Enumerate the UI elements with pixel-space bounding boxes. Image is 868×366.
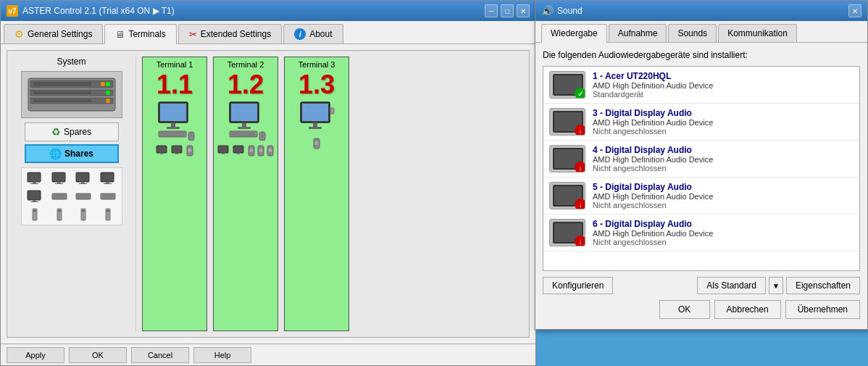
aster-content: System (1, 44, 535, 344)
device-2-status-badge: ↓ (575, 125, 585, 136)
aster-titlebar: v7 ASTER Control 2.1 (Trial x64 ON ▶ T1)… (1, 1, 535, 21)
terminal-2-small-icons (217, 145, 274, 157)
tab-sounds-label: Sounds (677, 28, 707, 38)
spares-button[interactable]: ♻ Spares (25, 122, 119, 141)
about-icon: i (294, 28, 306, 40)
device-1-status-badge: ✓ (575, 88, 585, 99)
svg-rect-56 (157, 146, 167, 153)
apply-button[interactable]: Apply (7, 347, 64, 363)
svg-rect-9 (33, 91, 91, 94)
sound-apply-button[interactable]: Übernehmen (785, 300, 860, 319)
set-default-button[interactable]: Als Standard (697, 277, 766, 294)
terminal-3-number: 1.3 (299, 72, 335, 98)
tab-wiedergabe[interactable]: Wiedergabe (541, 24, 607, 43)
terminal-1-title: Terminal 1 (157, 60, 193, 69)
device-icon-usb-1 (24, 206, 47, 222)
device-3-status: Nicht angeschlossen (593, 164, 854, 172)
svg-rect-75 (237, 153, 240, 154)
shares-button[interactable]: 🌐 Shares (25, 144, 119, 163)
svg-rect-79 (259, 149, 262, 152)
svg-rect-45 (107, 210, 109, 212)
tab-about[interactable]: i About (283, 24, 343, 43)
sound-tabs: Wiedergabe Aufnahme Sounds Kommunikation (535, 21, 867, 43)
tab-kommunikation[interactable]: Kommunikation (718, 24, 797, 42)
device-icon-keyboard-1 (48, 188, 71, 205)
sound-window: 🔊 Sound ✕ Wiedergabe Aufnahme Sounds Kom… (535, 0, 868, 330)
svg-rect-63 (231, 104, 257, 121)
device-4-image: ↓ (549, 182, 585, 209)
terminal-2-pc-icon (226, 101, 266, 141)
spares-label: Spares (64, 127, 91, 137)
svg-rect-64 (242, 122, 246, 127)
svg-rect-88 (315, 141, 318, 145)
svg-rect-81 (269, 149, 272, 152)
svg-rect-73 (222, 153, 225, 154)
properties-button[interactable]: Eigenschaften (786, 277, 860, 294)
tab-terminals[interactable]: 🖥 Terminals (104, 24, 176, 44)
terminal-3-small-icons (313, 138, 320, 149)
tab-aufnahme-label: Aufnahme (618, 28, 658, 38)
aster-maximize-button[interactable]: □ (501, 4, 514, 17)
sound-device-item-4[interactable]: ↓ 5 - Digital Display Audio AMD High Def… (543, 178, 859, 215)
svg-rect-41 (58, 210, 61, 212)
sound-device-item-5[interactable]: ↓ 6 - Digital Display Audio AMD High Def… (543, 215, 859, 251)
device-4-status-badge: ↓ (575, 199, 585, 209)
svg-rect-39 (33, 210, 36, 212)
set-default-dropdown[interactable]: ▼ (769, 277, 783, 294)
terminal-3-panel: Terminal 3 1.3 (284, 57, 349, 331)
svg-rect-86 (330, 108, 334, 114)
device-3-subname: AMD High Definition Audio Device (593, 155, 854, 164)
aster-close-button[interactable]: ✕ (517, 4, 530, 17)
sound-cancel-button[interactable]: Abbrechen (714, 300, 781, 319)
device-5-info: 6 - Digital Display Audio AMD High Defin… (593, 219, 854, 246)
tab-sounds[interactable]: Sounds (668, 24, 717, 42)
svg-rect-83 (302, 104, 328, 121)
ok-button[interactable]: OK (69, 347, 127, 363)
aster-main-area: System (7, 50, 530, 338)
help-button[interactable]: Help (193, 347, 251, 363)
svg-rect-24 (33, 200, 36, 201)
cancel-button[interactable]: Cancel (131, 347, 189, 363)
sound-app-icon: 🔊 (541, 5, 553, 17)
sound-device-list-container[interactable]: ✓ 1 - Acer UT220HQL AMD High Definition … (543, 66, 860, 271)
sound-configure-row: Konfigurieren Als Standard ▼ Eigenschaft… (543, 271, 860, 297)
device-4-subname: AMD High Definition Audio Device (593, 192, 854, 201)
device-icons-grid (21, 167, 122, 225)
svg-rect-17 (76, 172, 89, 182)
sound-device-item-3[interactable]: ↓ 4 - Digital Display Audio AMD High Def… (543, 141, 859, 178)
tab-about-label: About (309, 29, 332, 39)
svg-rect-14 (52, 172, 65, 182)
system-image (21, 71, 122, 118)
aster-titlebar-controls: ─ □ ✕ (485, 4, 530, 17)
svg-rect-21 (106, 182, 109, 183)
terminal-3-pc-icon (297, 101, 337, 133)
sound-titlebar-controls: ✕ (848, 4, 861, 17)
tab-extended-settings[interactable]: ✂ Extended Settings (178, 24, 282, 43)
configure-button[interactable]: Konfigurieren (543, 277, 613, 294)
tab-general-settings[interactable]: ⚙ General Settings (4, 24, 103, 43)
tab-aufnahme[interactable]: Aufnahme (609, 24, 667, 42)
svg-rect-20 (101, 172, 114, 182)
aster-minimize-button[interactable]: ─ (485, 4, 498, 17)
terminal-2-title: Terminal 2 (228, 60, 264, 69)
aster-window: v7 ASTER Control 2.1 (Trial x64 ON ▶ T1)… (0, 0, 536, 366)
sound-device-item-1[interactable]: ✓ 1 - Acer UT220HQL AMD High Definition … (543, 67, 859, 104)
sound-content: Die folgenden Audiowiedergabegeräte sind… (535, 43, 867, 329)
sound-close-button[interactable]: ✕ (848, 4, 861, 17)
sound-ok-button[interactable]: OK (659, 300, 710, 319)
sound-title: Sound (557, 6, 583, 16)
tab-general-settings-label: General Settings (28, 29, 92, 39)
sound-device-item-2[interactable]: ↓ 3 - Digital Display Audio AMD High Def… (543, 104, 859, 141)
aster-tabs: ⚙ General Settings 🖥 Terminals ✂ Extende… (1, 21, 535, 44)
svg-rect-65 (238, 127, 251, 129)
aster-title: ASTER Control 2.1 (Trial x64 ON ▶ T1) (22, 6, 175, 16)
svg-rect-59 (175, 153, 178, 154)
device-icon-keyboard-3 (96, 188, 120, 205)
device-1-info: 1 - Acer UT220HQL AMD High Definition Au… (593, 71, 854, 99)
device-2-info: 3 - Digital Display Audio AMD High Defin… (593, 108, 854, 136)
device-icon-usb-4 (96, 206, 120, 222)
svg-rect-84 (313, 122, 317, 127)
device-icon-monitor-2 (48, 170, 71, 187)
system-panel: System (13, 57, 136, 331)
sound-titlebar: 🔊 Sound ✕ (535, 1, 867, 21)
